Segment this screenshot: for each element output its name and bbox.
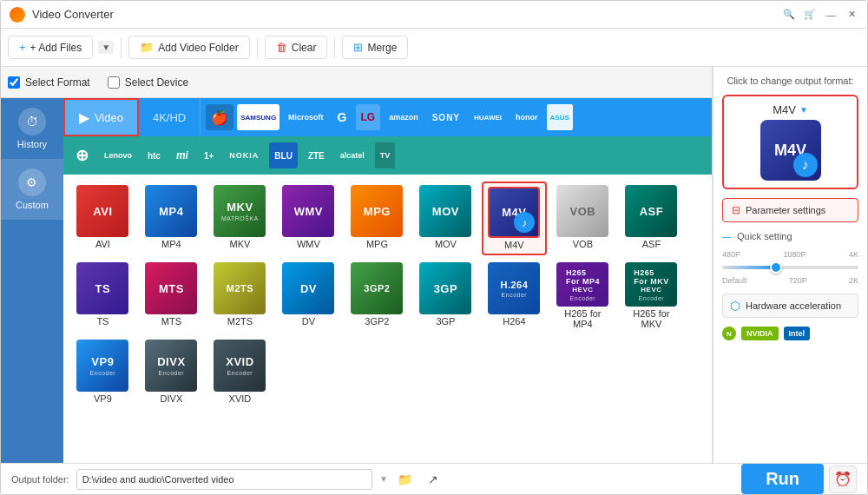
hw-acceleration-label: Hardware acceleration	[746, 300, 841, 311]
cart-button[interactable]: 🛒	[803, 8, 817, 22]
nvidia-logo: N	[722, 327, 736, 340]
output-format-label: Click to change output format:	[722, 76, 858, 86]
clear-label: Clear	[292, 42, 317, 54]
param-settings-label: Parameter settings	[746, 205, 825, 215]
run-section: Run ⏰	[741, 464, 857, 494]
format-divx[interactable]: DIVXEncoder DIVX	[139, 336, 204, 410]
format-mkv[interactable]: MKVMATROŠKA MKV	[207, 182, 273, 255]
select-format-checkbox[interactable]	[8, 76, 20, 89]
brand-amazon[interactable]: amazon	[384, 104, 424, 130]
app-icon	[10, 7, 25, 23]
select-device-checkbox[interactable]	[108, 76, 120, 89]
add-files-button[interactable]: + + Add Files	[8, 36, 93, 59]
format-mpg[interactable]: MPG MPG	[345, 182, 410, 255]
format-h265mkv[interactable]: H265For MKVHEVCEncoder H265 for MKV	[619, 259, 684, 333]
hw-acceleration-button[interactable]: ⬡ Hardware acceleration	[722, 294, 858, 318]
settings-icon: ⊟	[732, 204, 740, 216]
brand-mi[interactable]: mi	[171, 142, 194, 168]
history-icon: ⏱	[18, 108, 46, 135]
format-wmv[interactable]: WMV WMV	[276, 182, 341, 255]
video-tab-icon: ▶	[79, 109, 89, 126]
add-video-folder-label: Add Video Folder	[158, 42, 239, 54]
tabs-row-1: ▶ Video 4K/HD 🍎 SAMSUNG Microsoft G	[63, 98, 712, 136]
browse-folder-button[interactable]: 📁	[395, 469, 416, 490]
export-button[interactable]: ↗	[423, 469, 444, 490]
custom-icon: ⚙	[18, 168, 46, 196]
brand-lg[interactable]: LG	[356, 104, 381, 130]
tab-4k[interactable]: 4K/HD	[139, 98, 201, 136]
select-device-item[interactable]: Select Device	[108, 76, 188, 89]
select-format-item[interactable]: Select Format	[8, 76, 90, 89]
search-button[interactable]: 🔍	[782, 8, 796, 22]
brand-nokia[interactable]: NOKIA	[224, 142, 264, 168]
format-dv[interactable]: DV DV	[276, 259, 341, 333]
format-m2ts[interactable]: M2TS M2TS	[207, 259, 273, 333]
brand-logos-row-2: ⊕ Lenovo htc mi 1+ NOKIA BLU ZTE alcatel…	[63, 136, 712, 175]
brand-apple[interactable]: 🍎	[206, 104, 233, 130]
add-video-folder-button[interactable]: 📁 Add Video Folder	[128, 36, 250, 59]
formats-grid: AVI AVI MP4 MP4 MKVMATROŠKA MKV WMV	[63, 175, 712, 463]
quality-slider[interactable]	[722, 266, 858, 269]
brand-lenovo[interactable]: Lenovo	[99, 142, 137, 168]
dropdown-arrow-folder[interactable]: ▼	[379, 474, 388, 484]
format-dropdown-arrow[interactable]: ▼	[799, 105, 808, 115]
output-folder-input[interactable]	[76, 469, 372, 490]
format-h264[interactable]: H.264Encoder H264	[482, 259, 547, 333]
run-button[interactable]: Run	[741, 464, 824, 494]
separator-1	[121, 37, 122, 58]
hw-accel-icon: ⬡	[730, 299, 740, 313]
brand-sony[interactable]: SONY	[427, 104, 465, 130]
4k-tab-label: 4K/HD	[153, 111, 186, 124]
brand-google[interactable]: G	[332, 104, 352, 130]
brand-honor[interactable]: honor	[510, 104, 543, 130]
brand-alcatel[interactable]: alcatel	[335, 142, 370, 168]
format-ts[interactable]: TS TS	[70, 259, 135, 333]
brand-moto[interactable]: ⊕	[70, 142, 94, 168]
brand-htc[interactable]: htc	[142, 142, 166, 168]
brand-samsung[interactable]: SAMSUNG	[237, 104, 279, 130]
slider-thumb[interactable]	[770, 261, 782, 274]
brand-microsoft[interactable]: Microsoft	[283, 104, 329, 130]
quality-slider-area: 480P 1080P 4K Default 720P 2K	[722, 250, 858, 285]
format-vp9[interactable]: VP9Encoder VP9	[70, 336, 135, 410]
brand-tv[interactable]: TV	[375, 142, 396, 168]
format-h265mp4[interactable]: H265For MP4HEVCEncoder H265 for MP4	[550, 259, 615, 333]
nvidia-badge: NVIDIA	[741, 327, 779, 340]
format-avi[interactable]: AVI AVI	[70, 182, 135, 255]
merge-button[interactable]: ⊞ Merge	[342, 36, 408, 59]
format-vob[interactable]: VOB VOB	[550, 182, 615, 255]
content-area: ⏱ History ⚙ Custom ▶ Video	[1, 98, 712, 463]
output-folder-label: Output folder:	[11, 474, 69, 485]
format-mp4[interactable]: MP4 MP4	[139, 182, 204, 255]
brand-1plus[interactable]: 1+	[199, 142, 219, 168]
format-asf[interactable]: ASF ASF	[619, 182, 684, 255]
format-xvid[interactable]: XVIDEncoder XVID	[207, 336, 273, 410]
brand-huawei[interactable]: HUAWEI	[469, 104, 507, 130]
tab-video[interactable]: ▶ Video	[63, 98, 139, 136]
sidebar-item-history[interactable]: ⏱ History	[1, 98, 63, 159]
brand-asus[interactable]: ASUS	[547, 104, 573, 130]
toolbar: + + Add Files ▼ 📁 Add Video Folder 🗑 Cle…	[1, 29, 867, 67]
add-files-icon: +	[19, 41, 26, 54]
output-format-name: M4V ▼	[773, 103, 808, 116]
format-3gp2[interactable]: 3GP2 3GP2	[345, 259, 410, 333]
title-bar: Video Converter 🔍 🛒 — ✕	[1, 1, 867, 29]
sidebar-item-custom[interactable]: ⚙ Custom	[1, 159, 63, 220]
alarm-button[interactable]: ⏰	[829, 465, 857, 493]
minimize-button[interactable]: —	[824, 8, 838, 22]
format-tabs: ▶ Video 4K/HD 🍎 SAMSUNG Microsoft G	[63, 98, 712, 463]
format-mts[interactable]: MTS MTS	[139, 259, 204, 333]
history-label: History	[17, 139, 47, 149]
app-title: Video Converter	[32, 8, 782, 21]
clear-button[interactable]: 🗑 Clear	[265, 36, 328, 59]
add-files-dropdown[interactable]: ▼	[98, 41, 114, 54]
select-format-label: Select Format	[25, 76, 90, 89]
format-3gp[interactable]: 3GP 3GP	[413, 259, 478, 333]
brand-blu[interactable]: BLU	[269, 142, 298, 168]
bottom-bar: Output folder: ▼ 📁 ↗ Run ⏰	[1, 463, 867, 494]
parameter-settings-button[interactable]: ⊟ Parameter settings	[722, 198, 858, 222]
brand-zte[interactable]: ZTE	[303, 142, 330, 168]
format-mov[interactable]: MOV MOV	[413, 182, 478, 255]
close-button[interactable]: ✕	[845, 8, 858, 22]
format-m4v[interactable]: M4V ♪ M4V	[482, 182, 547, 255]
